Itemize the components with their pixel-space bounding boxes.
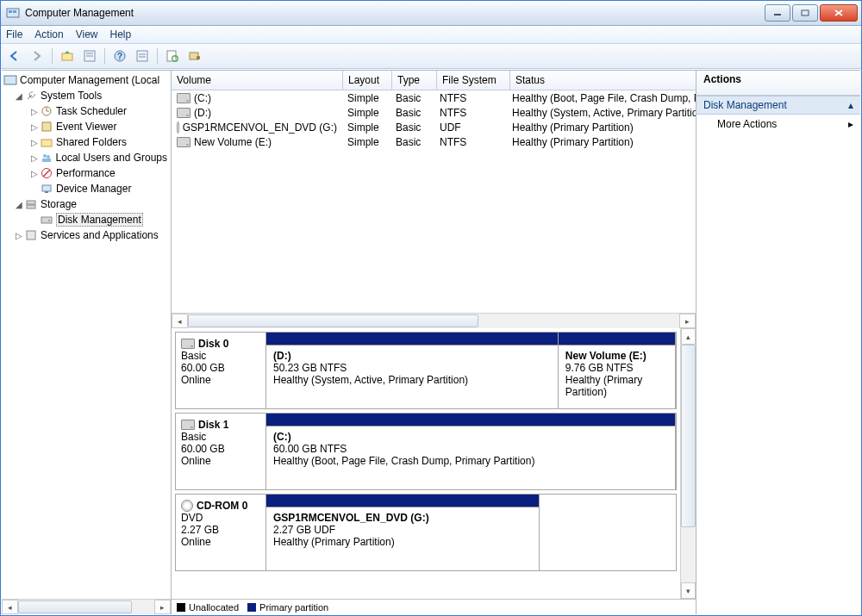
disk-area: Disk 0Basic60.00 GBOnline(D:)50.23 GB NT… — [172, 328, 696, 599]
event-icon — [40, 120, 53, 134]
col-status[interactable]: Status — [510, 71, 696, 90]
collapse-icon[interactable]: ◢ — [14, 91, 24, 101]
scroll-right-icon[interactable]: ▸ — [679, 314, 696, 328]
col-filesystem[interactable]: File System — [437, 71, 510, 90]
disk-row: Disk 1Basic60.00 GBOnline(C:)60.00 GB NT… — [175, 413, 677, 490]
list-icon[interactable] — [132, 46, 153, 66]
tree-services-apps[interactable]: ▷Services and Applications — [2, 227, 171, 243]
volume-row[interactable]: (C:)SimpleBasicNTFSHealthy (Boot, Page F… — [172, 90, 696, 105]
back-button[interactable] — [4, 46, 25, 66]
svg-rect-33 — [27, 201, 35, 204]
tree-event-viewer[interactable]: ▷Event Viewer — [2, 119, 171, 134]
menu-view[interactable]: View — [76, 28, 98, 40]
svg-point-27 — [47, 155, 50, 159]
svg-rect-7 — [62, 53, 72, 60]
actions-more[interactable]: More Actions ▸ — [696, 115, 860, 134]
actions-pane: Actions Disk Management ▴ More Actions ▸ — [696, 71, 860, 614]
svg-rect-32 — [45, 191, 48, 193]
partition[interactable]: (D:)50.23 GB NTFSHealthy (System, Active… — [265, 332, 559, 409]
menu-action[interactable]: Action — [34, 28, 63, 40]
tree-task-scheduler[interactable]: ▷Task Scheduler — [2, 103, 171, 119]
help-icon[interactable]: ? — [109, 46, 130, 66]
collapse-icon[interactable]: ◢ — [14, 200, 24, 209]
volume-row[interactable]: (D:)SimpleBasicNTFSHealthy (System, Acti… — [172, 105, 696, 120]
volume-scrollbar[interactable]: ◂ ▸ — [172, 313, 696, 328]
legend: Unallocated Primary partition — [172, 599, 696, 614]
disk-mgmt-icon — [40, 213, 53, 227]
partition[interactable]: New Volume (E:)9.76 GB NTFSHealthy (Prim… — [558, 332, 676, 409]
maximize-button[interactable] — [792, 4, 818, 22]
device-icon — [40, 182, 53, 196]
tree-local-users[interactable]: ▷Local Users and Groups — [2, 150, 171, 165]
expand-icon[interactable]: ▷ — [14, 231, 24, 240]
menu-file[interactable]: File — [6, 28, 22, 40]
toolbar: ? — [1, 44, 861, 69]
tree-shared-folders[interactable]: ▷Shared Folders — [2, 134, 171, 150]
arrow-right-icon: ▸ — [848, 118, 853, 130]
tree-pane: Computer Management (Local ◢System Tools… — [2, 71, 172, 614]
disk-scrollbar[interactable]: ▴ ▾ — [680, 328, 696, 599]
svg-rect-35 — [41, 217, 52, 223]
expand-icon[interactable]: ▷ — [29, 107, 40, 116]
partition[interactable]: (C:)60.00 GB NTFSHealthy (Boot, Page Fil… — [265, 413, 676, 490]
scroll-left-icon[interactable]: ◂ — [2, 600, 18, 614]
col-volume[interactable]: Volume — [172, 71, 343, 90]
expand-icon[interactable]: ▷ — [29, 153, 40, 163]
up-icon[interactable] — [57, 46, 78, 66]
folder-icon — [40, 135, 53, 149]
svg-rect-28 — [42, 159, 51, 162]
settings-icon[interactable] — [184, 46, 205, 66]
tree-scrollbar[interactable]: ◂ ▸ — [2, 599, 171, 614]
scroll-thumb[interactable] — [681, 345, 696, 527]
svg-point-36 — [48, 220, 50, 221]
drive-icon — [181, 339, 195, 349]
scroll-left-icon[interactable]: ◂ — [172, 314, 188, 328]
scroll-thumb[interactable] — [18, 600, 132, 613]
menubar: File Action View Help — [1, 26, 861, 44]
drive-icon — [177, 108, 191, 118]
properties-icon[interactable] — [79, 46, 100, 66]
svg-text:?: ? — [117, 52, 122, 61]
clock-icon — [40, 104, 53, 118]
legend-primary: Primary partition — [247, 602, 328, 613]
svg-rect-37 — [27, 231, 35, 240]
col-layout[interactable]: Layout — [343, 71, 392, 90]
tree-performance[interactable]: ▷Performance — [2, 165, 171, 181]
svg-point-26 — [43, 154, 47, 158]
tree-device-manager[interactable]: Device Manager — [2, 181, 171, 196]
svg-rect-2 — [13, 10, 16, 13]
expand-icon[interactable]: ▷ — [29, 169, 40, 178]
actions-category[interactable]: Disk Management ▴ — [696, 96, 860, 115]
console-icon — [3, 73, 17, 87]
col-type[interactable]: Type — [392, 71, 437, 90]
cd-icon — [177, 121, 179, 134]
svg-rect-34 — [27, 205, 35, 208]
scroll-right-icon[interactable]: ▸ — [154, 600, 171, 614]
partition[interactable]: GSP1RMCENVOL_EN_DVD (G:)2.27 GB UDFHealt… — [265, 494, 540, 571]
tree-system-tools[interactable]: ◢System Tools — [2, 88, 171, 103]
svg-rect-31 — [42, 185, 51, 191]
disk-row: CD-ROM 0DVD2.27 GBOnlineGSP1RMCENVOL_EN_… — [175, 494, 677, 571]
storage-icon — [24, 197, 38, 211]
scroll-up-icon[interactable]: ▴ — [681, 328, 696, 345]
scroll-down-icon[interactable]: ▾ — [681, 582, 696, 599]
close-button[interactable] — [820, 4, 858, 22]
volume-row[interactable]: GSP1RMCENVOL_EN_DVD (G:)SimpleBasicUDFHe… — [172, 120, 696, 134]
users-icon — [40, 151, 53, 165]
scroll-thumb[interactable] — [188, 314, 478, 327]
disk-list: Disk 0Basic60.00 GBOnline(D:)50.23 GB NT… — [172, 328, 680, 599]
disk-info: CD-ROM 0DVD2.27 GBOnline — [176, 495, 266, 570]
collapse-icon: ▴ — [848, 99, 853, 111]
tree-storage[interactable]: ◢Storage — [2, 196, 171, 212]
volume-row[interactable]: New Volume (E:)SimpleBasicNTFSHealthy (P… — [172, 134, 696, 149]
tree-root[interactable]: Computer Management (Local — [2, 72, 171, 88]
minimize-button[interactable] — [765, 4, 790, 22]
expand-icon[interactable]: ▷ — [29, 138, 40, 147]
forward-button[interactable] — [27, 46, 47, 66]
refresh-icon[interactable] — [162, 46, 183, 66]
cd-icon — [181, 500, 193, 512]
tree-disk-management[interactable]: Disk Management — [2, 212, 171, 227]
menu-help[interactable]: Help — [110, 28, 132, 40]
tools-icon — [24, 89, 38, 103]
expand-icon[interactable]: ▷ — [29, 122, 40, 132]
